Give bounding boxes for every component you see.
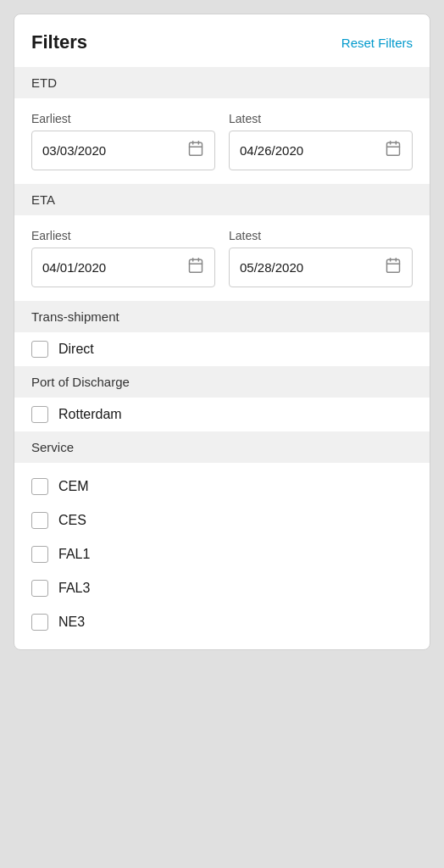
ne3-label[interactable]: NE3 — [58, 615, 85, 630]
eta-latest-value: 05/28/2020 — [240, 260, 385, 275]
eta-section-body: Earliest 04/01/2020 Latest — [14, 215, 430, 301]
port-rotterdam-row: Rotterdam — [14, 398, 430, 431]
service-ne3-row: NE3 — [14, 605, 430, 639]
etd-date-row: Earliest 03/03/2020 Latest — [31, 112, 413, 170]
service-fal3-row: FAL3 — [14, 571, 430, 605]
etd-latest-input[interactable]: 04/26/2020 — [229, 131, 413, 170]
svg-rect-8 — [190, 259, 203, 272]
rotterdam-checkbox[interactable] — [31, 406, 48, 423]
etd-latest-value: 04/26/2020 — [240, 143, 385, 158]
eta-latest-input[interactable]: 05/28/2020 — [229, 248, 413, 287]
cem-label[interactable]: CEM — [58, 479, 89, 494]
fal1-checkbox[interactable] — [31, 546, 48, 563]
eta-latest-calendar-icon — [385, 257, 402, 278]
filters-panel: Filters Reset Filters ETD Earliest 03/03… — [14, 14, 430, 650]
eta-date-row: Earliest 04/01/2020 Latest — [31, 229, 413, 287]
etd-latest-label: Latest — [229, 112, 413, 125]
eta-earliest-calendar-icon — [187, 257, 204, 278]
ces-label[interactable]: CES — [58, 513, 86, 528]
service-ces-row: CES — [14, 504, 430, 537]
filters-header: Filters Reset Filters — [14, 14, 430, 67]
etd-latest-field: Latest 04/26/2020 — [229, 112, 413, 170]
svg-rect-12 — [387, 259, 400, 272]
fal3-checkbox[interactable] — [31, 580, 48, 597]
fal1-label[interactable]: FAL1 — [58, 547, 90, 562]
filters-title: Filters — [31, 31, 87, 53]
service-fal1-row: FAL1 — [14, 537, 430, 571]
transshipment-direct-row: Direct — [14, 332, 430, 366]
eta-earliest-input[interactable]: 04/01/2020 — [31, 248, 215, 287]
rotterdam-label[interactable]: Rotterdam — [58, 407, 122, 422]
eta-section-header: ETA — [14, 184, 430, 215]
ne3-checkbox[interactable] — [31, 614, 48, 631]
etd-earliest-calendar-icon — [187, 140, 204, 161]
direct-label[interactable]: Direct — [58, 342, 94, 357]
cem-checkbox[interactable] — [31, 478, 48, 495]
etd-earliest-value: 03/03/2020 — [42, 143, 187, 158]
svg-rect-4 — [387, 142, 400, 155]
etd-section-body: Earliest 03/03/2020 Latest — [14, 98, 430, 184]
service-cem-row: CEM — [14, 470, 430, 504]
ces-checkbox[interactable] — [31, 512, 48, 529]
etd-latest-calendar-icon — [385, 140, 402, 161]
service-section-header: Service — [14, 431, 430, 463]
service-section-body: CEM CES FAL1 FAL3 NE3 — [14, 463, 430, 649]
direct-checkbox[interactable] — [31, 341, 48, 358]
port-of-discharge-section-header: Port of Discharge — [14, 366, 430, 398]
etd-earliest-label: Earliest — [31, 112, 215, 125]
etd-earliest-field: Earliest 03/03/2020 — [31, 112, 215, 170]
eta-earliest-value: 04/01/2020 — [42, 260, 187, 275]
eta-earliest-label: Earliest — [31, 229, 215, 242]
etd-section-header: ETD — [14, 67, 430, 98]
reset-filters-button[interactable]: Reset Filters — [341, 36, 413, 50]
eta-earliest-field: Earliest 04/01/2020 — [31, 229, 215, 287]
transshipment-section-header: Trans-shipment — [14, 301, 430, 332]
eta-latest-label: Latest — [229, 229, 413, 242]
fal3-label[interactable]: FAL3 — [58, 581, 90, 596]
eta-latest-field: Latest 05/28/2020 — [229, 229, 413, 287]
etd-earliest-input[interactable]: 03/03/2020 — [31, 131, 215, 170]
svg-rect-0 — [190, 142, 203, 155]
